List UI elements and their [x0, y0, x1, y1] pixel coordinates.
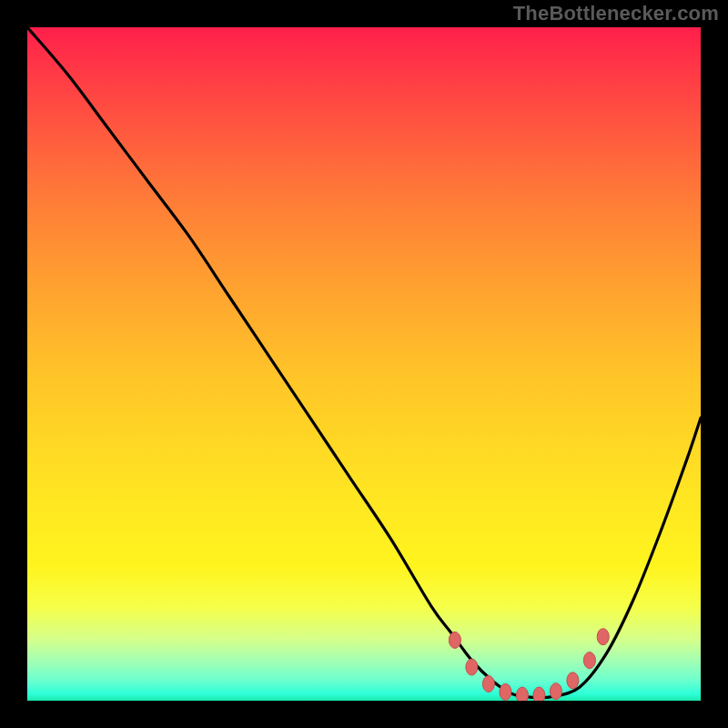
sweet-spot-marker — [597, 629, 609, 645]
sweet-spot-marker — [567, 672, 579, 689]
plot-area — [27, 27, 701, 701]
sweet-spot-marker — [516, 687, 528, 701]
chart-stage: TheBottlenecker.com — [0, 0, 728, 728]
sweet-spot-marker — [482, 676, 494, 693]
sweet-spot-marker — [466, 659, 478, 675]
sweet-spot-marker — [500, 683, 511, 700]
sweet-spot-marker — [550, 683, 561, 700]
watermark-text: TheBottlenecker.com — [513, 2, 719, 25]
sweet-spot-marker — [583, 652, 595, 669]
plot-frame — [27, 27, 701, 701]
sweet-spot-markers — [27, 27, 701, 701]
sweet-spot-marker — [449, 632, 460, 648]
sweet-spot-marker — [533, 687, 545, 701]
